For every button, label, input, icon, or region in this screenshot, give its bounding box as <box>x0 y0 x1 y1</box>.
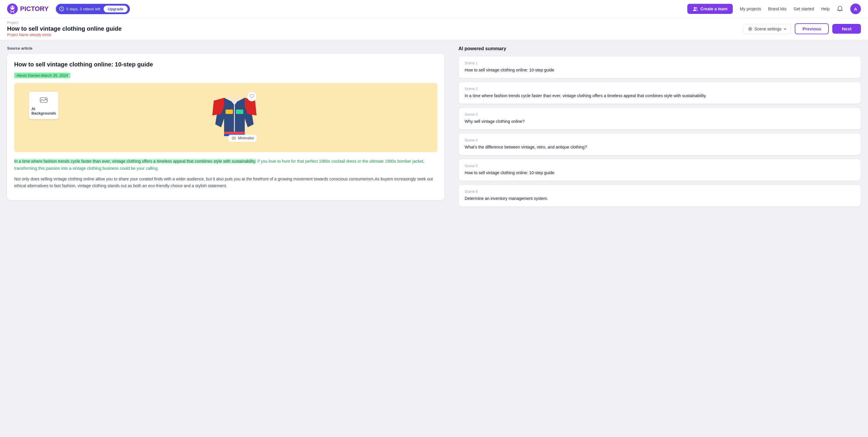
project-error: Project Name already exists <box>7 33 122 37</box>
trial-text: 5 days, 3 videos left. <box>66 7 101 11</box>
ai-backgrounds-icon <box>39 95 49 105</box>
scene-card-6[interactable]: Scene 6 Determine an inventory managemen… <box>459 185 861 207</box>
scene-label-6: Scene 6 <box>465 190 855 194</box>
article-body-2: Not only does selling vintage clothing o… <box>14 176 437 190</box>
toolbar: Project How to sell vintage clothing onl… <box>0 18 868 40</box>
minimalist-icon <box>231 136 236 141</box>
project-label: Project <box>7 21 122 25</box>
scenes-container: Scene 1 How to sell vintage clothing onl… <box>459 56 861 207</box>
clock-icon <box>59 6 64 11</box>
ai-summary-title: AI powered summary <box>459 46 861 51</box>
scene-settings-button[interactable]: Scene settings <box>743 24 791 34</box>
right-panel: AI powered summary Scene 1 How to sell v… <box>452 40 868 437</box>
scene-label-4: Scene 4 <box>465 138 855 142</box>
scene-label-3: Scene 3 <box>465 113 855 117</box>
scene-label-5: Scene 5 <box>465 164 855 168</box>
svg-line-8 <box>62 9 63 9</box>
scene-card-1[interactable]: Scene 1 How to sell vintage clothing onl… <box>459 56 861 78</box>
logo-icon <box>7 4 18 14</box>
svg-point-10 <box>696 7 698 9</box>
article-image-container: AI Backgrounds <box>14 83 437 152</box>
scene-label-2: Scene 2 <box>465 87 855 91</box>
header: PICTORY 5 days, 3 videos left. Upgrade C… <box>0 0 868 18</box>
svg-point-1 <box>10 6 14 10</box>
toolbar-right: Scene settings Previous Next <box>743 23 861 34</box>
article-card: How to sell vintage clothing online: 10-… <box>7 54 444 200</box>
ai-backgrounds-card[interactable]: AI Backgrounds <box>29 92 58 119</box>
svg-point-3 <box>13 6 14 8</box>
team-icon <box>693 6 698 11</box>
scene-text-4: What's the difference between vintage, r… <box>465 144 855 150</box>
svg-point-13 <box>45 99 46 100</box>
svg-point-9 <box>694 7 695 9</box>
upgrade-banner: 5 days, 3 videos left. Upgrade <box>56 4 130 14</box>
upgrade-button[interactable]: Upgrade <box>104 6 128 12</box>
svg-point-2 <box>11 6 12 8</box>
chevron-down-icon <box>783 27 787 31</box>
scene-settings-label: Scene settings <box>754 27 781 31</box>
notification-icon[interactable] <box>837 6 843 12</box>
logo: PICTORY <box>7 4 49 14</box>
nav-my-projects[interactable]: My projects <box>740 6 761 11</box>
svg-point-11 <box>749 28 751 30</box>
scene-card-2[interactable]: Scene 2 In a time where fashion trends c… <box>459 82 861 104</box>
minimalist-label: Minimalist <box>238 136 254 140</box>
scene-text-5: How to sell vintage clothing online: 10-… <box>465 170 855 176</box>
previous-button[interactable]: Previous <box>795 23 829 34</box>
highlighted-paragraph: In a time where fashion trends cycle fas… <box>14 158 437 172</box>
scene-card-5[interactable]: Scene 5 How to sell vintage clothing onl… <box>459 159 861 181</box>
svg-rect-16 <box>236 110 243 114</box>
source-article-label: Source article <box>7 46 444 51</box>
left-panel: Source article How to sell vintage cloth… <box>0 40 452 437</box>
create-team-button[interactable]: Create a team <box>687 4 733 14</box>
article-author: Alexis Damen·March 25, 2024 <box>14 73 70 78</box>
svg-rect-17 <box>224 132 245 134</box>
scene-text-3: Why sell vintage clothing online? <box>465 118 855 125</box>
create-team-label: Create a team <box>700 6 727 11</box>
nav-help[interactable]: Help <box>821 6 830 11</box>
scene-text-6: Determine an inventory management system… <box>465 195 855 202</box>
main-content: Source article How to sell vintage cloth… <box>0 40 868 437</box>
project-title: How to sell vintage clothing online guid… <box>7 25 122 32</box>
project-info: Project How to sell vintage clothing onl… <box>7 21 122 37</box>
scene-label-1: Scene 1 <box>465 61 855 65</box>
scene-card-4[interactable]: Scene 4 What's the difference between vi… <box>459 133 861 155</box>
ai-backgrounds-label: AI Backgrounds <box>31 106 56 116</box>
svg-rect-19 <box>232 137 236 139</box>
article-title: How to sell vintage clothing online: 10-… <box>14 61 437 68</box>
avatar[interactable]: A <box>850 4 861 14</box>
highlighted-span: In a time where fashion trends cycle fas… <box>14 159 256 163</box>
scene-card-3[interactable]: Scene 3 Why sell vintage clothing online… <box>459 107 861 130</box>
gear-icon <box>748 27 752 31</box>
svg-rect-15 <box>225 110 233 114</box>
jacket-image: Minimalist <box>209 89 259 146</box>
scene-text-1: How to sell vintage clothing online: 10-… <box>465 67 855 73</box>
logo-text: PICTORY <box>20 5 49 13</box>
nav-get-started[interactable]: Get started <box>794 6 814 11</box>
nav-brand-kits[interactable]: Brand kits <box>768 6 786 11</box>
next-button[interactable]: Next <box>832 24 861 34</box>
header-right: Create a team My projects Brand kits Get… <box>687 4 861 14</box>
scene-text-2: In a time where fashion trends cycle fas… <box>465 93 855 99</box>
minimalist-tag: Minimalist <box>228 135 256 142</box>
